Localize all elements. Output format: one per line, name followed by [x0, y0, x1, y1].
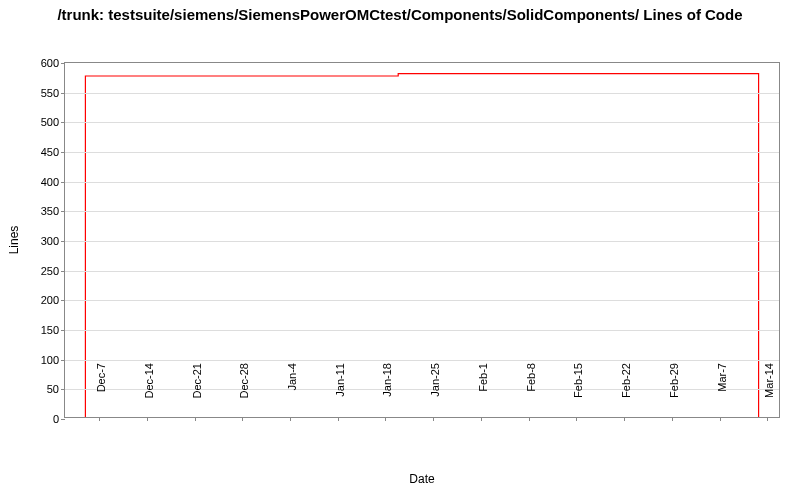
plot-wrap: 0501001502002503003504004505005506007-De… — [64, 62, 780, 418]
y-tick-label: 200 — [41, 294, 65, 306]
y-tick-label: 100 — [41, 354, 65, 366]
x-tick-label: 21-Dec — [191, 363, 203, 423]
gridline — [65, 152, 779, 153]
gridline — [65, 360, 779, 361]
x-tick-label: 14-Mar — [763, 363, 775, 423]
x-tick-label: 14-Dec — [143, 363, 155, 423]
x-tick-label: 15-Feb — [572, 363, 584, 423]
plot-area: 0501001502002503003504004505005506007-De… — [64, 62, 780, 418]
x-tick-label: 28-Dec — [238, 363, 250, 423]
y-tick-label: 500 — [41, 116, 65, 128]
y-tick-label: 600 — [41, 57, 65, 69]
x-tick-label: 8-Feb — [525, 363, 537, 423]
y-tick-label: 150 — [41, 324, 65, 336]
gridline — [65, 182, 779, 183]
x-axis-label: Date — [409, 472, 434, 486]
chart-container: /trunk: testsuite/siemens/SiemensPowerOM… — [0, 0, 800, 500]
gridline — [65, 241, 779, 242]
y-axis-label: Lines — [7, 226, 21, 255]
gridline — [65, 211, 779, 212]
series-line — [85, 74, 758, 417]
x-tick-label: 7-Mar — [716, 363, 728, 423]
x-tick-label: 22-Feb — [620, 363, 632, 423]
y-tick-label: 250 — [41, 265, 65, 277]
y-tick-label: 550 — [41, 87, 65, 99]
gridline — [65, 271, 779, 272]
y-tick-label: 350 — [41, 205, 65, 217]
y-tick-label: 50 — [47, 383, 65, 395]
x-tick-label: 25-Jan — [429, 363, 441, 423]
x-tick-label: 29-Feb — [668, 363, 680, 423]
x-tick-label: 1-Feb — [477, 363, 489, 423]
x-tick-label: 18-Jan — [381, 363, 393, 423]
x-tick-label: 11-Jan — [334, 363, 346, 423]
gridline — [65, 300, 779, 301]
gridline — [65, 93, 779, 94]
x-tick-label: 7-Dec — [95, 363, 107, 423]
x-tick-label: 4-Jan — [286, 363, 298, 423]
gridline — [65, 330, 779, 331]
y-tick-label: 400 — [41, 176, 65, 188]
y-tick-label: 0 — [53, 413, 65, 425]
gridline — [65, 122, 779, 123]
y-tick-label: 300 — [41, 235, 65, 247]
y-tick-label: 450 — [41, 146, 65, 158]
chart-title: /trunk: testsuite/siemens/SiemensPowerOM… — [0, 0, 800, 27]
